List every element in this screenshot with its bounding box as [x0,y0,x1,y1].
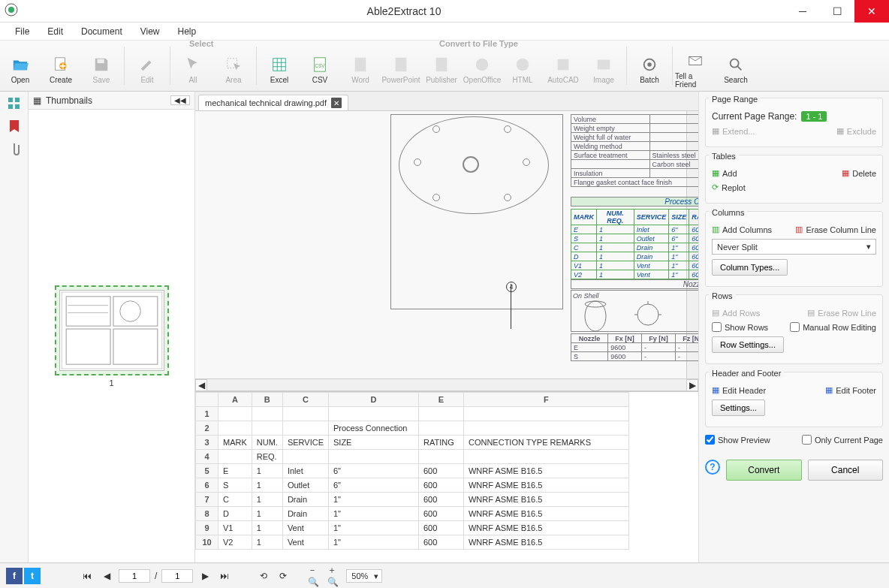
zoom-in-button[interactable]: ＋🔍 [327,568,342,583]
menu-document[interactable]: Document [72,23,131,41]
table-row[interactable]: 1 [196,407,629,421]
edit-header-button[interactable]: ▦Edit Header [712,385,766,395]
csv-icon: CSV [310,55,330,74]
publisher-button[interactable]: Publisher [421,41,462,91]
hf-settings-button[interactable]: Settings... [712,400,765,416]
erase-row-button[interactable]: ▤Erase Row Line [807,308,876,318]
spreadsheet-preview[interactable]: A B C D E F 12Process Connection3MARKNUM… [195,391,698,562]
manual-row-checkbox[interactable]: Manual Row Editing [790,322,876,332]
window-controls: ─ ☐ ✕ [785,0,889,23]
zoom-out-button[interactable]: －🔍 [307,568,322,583]
bookmark-icon[interactable] [7,119,22,134]
collapse-button[interactable]: ◀◀ [170,95,190,105]
table-row[interactable]: 7C1Drain1"600WNRF ASME B16.5 [196,493,629,507]
openoffice-button[interactable]: OpenOffice [462,41,502,91]
edit-footer-button[interactable]: ▦Edit Footer [825,385,876,395]
add-rows-button[interactable]: ▤Add Rows [712,308,760,318]
excel-icon [270,55,289,74]
table-row[interactable]: 8D1Drain1"600WNRF ASME B16.5 [196,507,629,521]
tab-close-icon[interactable]: ✕ [331,98,342,108]
image-button[interactable]: Image [583,41,624,91]
batch-button[interactable]: Batch [629,41,670,91]
nozzle-table: NozzleFx [N]Fy [N]Fz [N]Mx [Nm]My [Nm]Mz… [571,333,698,361]
cancel-button[interactable]: Cancel [808,460,884,481]
twitter-icon[interactable]: t [24,568,41,584]
scroll-right-icon[interactable]: ▶ [686,379,698,391]
all-button[interactable]: All [173,41,213,91]
col-C[interactable]: C [282,393,328,407]
col-E[interactable]: E [418,393,463,407]
table-row[interactable]: 6S1Outlet6"600WNRF ASME B16.5 [196,478,629,493]
pdf-viewer[interactable]: 4 Volume0.44m3 Weight empty1745Kg Weight… [195,111,698,378]
col-F[interactable]: F [463,393,628,407]
delete-table-button[interactable]: ▦Delete [842,168,876,178]
open-button[interactable]: Open [0,41,41,91]
first-page-button[interactable]: ⏮ [80,568,95,583]
show-rows-checkbox[interactable]: Show Rows [712,322,768,332]
menu-help[interactable]: Help [169,23,206,41]
search-button[interactable]: Search [716,41,756,91]
replot-button[interactable]: ⟳Replot [712,182,746,192]
openoffice-icon [472,55,492,74]
table-row[interactable]: 2Process Connection [196,421,629,436]
header-footer-group: Header and Footer ▦Edit Header ▦Edit Foo… [705,372,883,427]
only-current-checkbox[interactable]: Only Current Page [802,435,883,445]
word-button[interactable]: Word [340,41,381,91]
table-row[interactable]: 10V21Vent1"600WNRF ASME B16.5 [196,535,629,550]
add-table-button[interactable]: ▦Add [712,168,737,178]
save-button[interactable]: Save [81,41,122,91]
powerpoint-button[interactable]: PowerPoint [381,41,421,91]
exclude-button[interactable]: ▦Exclude [836,126,876,136]
menu-file[interactable]: File [6,23,38,41]
row-settings-button[interactable]: Row Settings... [712,336,784,353]
extend-button[interactable]: ▦Extend... [712,126,755,136]
maximize-button[interactable]: ☐ [820,0,854,23]
rotate-cw-button[interactable]: ⟳ [276,568,291,583]
facebook-icon[interactable]: f [6,568,23,584]
csv-button[interactable]: CSVCSV [300,41,340,91]
prev-page-button[interactable]: ◀ [99,568,114,583]
grid-view-icon[interactable] [7,96,22,111]
html-button[interactable]: HTML [502,41,543,91]
menu-view[interactable]: View [131,23,169,41]
thumbnail-page[interactable] [55,285,169,375]
table-row[interactable]: 3MARKNUM.SERVICESIZERATINGCONNECTION TYP… [196,436,629,450]
convert-button[interactable]: Convert [726,460,802,481]
rotate-ccw-button[interactable]: ⟲ [256,568,271,583]
svg-rect-22 [8,104,13,109]
column-types-button[interactable]: Column Types... [712,259,788,276]
add-columns-button[interactable]: ▥Add Columns [712,225,772,234]
tell-friend-button[interactable]: Tell a Friend [675,41,716,91]
split-dropdown[interactable]: Never Split▾ [712,239,876,255]
table-row[interactable]: 9V11Vent1"600WNRF ASME B16.5 [196,521,629,535]
clip-icon[interactable] [7,141,22,156]
menu-edit[interactable]: Edit [38,23,72,41]
page-input[interactable] [119,569,150,583]
table-row[interactable]: 5E1Inlet6"600WNRF ASME B16.5 [196,464,629,478]
table-row[interactable]: 4REQ. [196,450,629,464]
col-B[interactable]: B [252,393,282,407]
thumbnails-title: Thumbnails [46,95,92,106]
col-A[interactable]: A [218,393,252,407]
minimize-button[interactable]: ─ [785,0,820,23]
last-page-button[interactable]: ⏭ [217,568,232,583]
next-page-button[interactable]: ▶ [197,568,212,583]
create-button[interactable]: Create [41,41,81,91]
area-button[interactable]: Area [213,41,254,91]
col-D[interactable]: D [328,393,418,407]
close-button[interactable]: ✕ [854,0,889,23]
replot-icon: ⟳ [712,182,719,192]
help-icon[interactable]: ? [705,460,720,475]
zoom-dropdown[interactable]: 50% ▾ [346,569,382,583]
show-preview-checkbox[interactable]: Show Preview [705,435,770,445]
document-tab[interactable]: mechanical technical drawing.pdf ✕ [198,95,348,110]
drawing-marker: 4 [506,282,517,292]
erase-column-button[interactable]: ▥Erase Column Line [795,225,876,234]
excel-button[interactable]: Excel [259,41,300,91]
horizontal-scrollbar[interactable]: ◀ ▶ [195,378,698,390]
svg-rect-23 [15,104,20,109]
autocad-button[interactable]: AutoCAD [543,41,583,91]
selected-table[interactable]: MARKNUM. REQ.SERVICESIZERATINGCONNECTION… [571,209,698,279]
scroll-left-icon[interactable]: ◀ [195,379,207,391]
edit-button[interactable]: Edit [127,41,167,91]
